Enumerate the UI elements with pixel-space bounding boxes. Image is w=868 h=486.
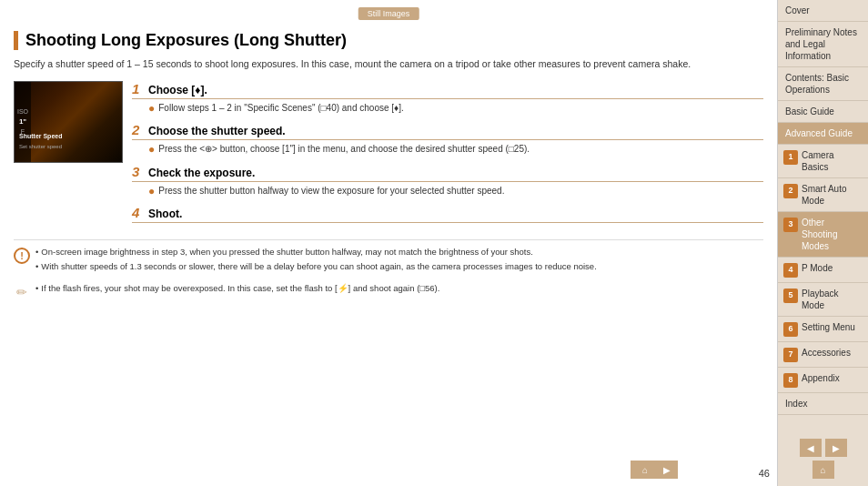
sidebar-num-3: 3 [783, 218, 798, 232]
step-2-number: 2 [132, 122, 143, 137]
sidebar-item-setting-menu[interactable]: 6 Setting Menu [778, 317, 868, 342]
step-1-title: 1 Choose [♦]. [132, 81, 763, 99]
sidebar-num-6: 6 [783, 322, 798, 337]
sidebar-camera-basics-label: Camera Basics [802, 149, 863, 173]
sidebar-item-contents[interactable]: Contents: Basic Operations [778, 67, 868, 101]
step-4-text: Shoot. [148, 208, 182, 220]
sidebar-item-other-shooting[interactable]: 3 Other Shooting Modes [778, 212, 868, 258]
sidebar-item-playback[interactable]: 5 Playback Mode [778, 283, 868, 317]
step-4-number: 4 [132, 205, 143, 220]
note-icon: ✏ [14, 284, 30, 300]
still-images-tag: Still Images [358, 7, 419, 20]
sidebar-index-label: Index [785, 399, 807, 409]
step-1-text: Choose [♦]. [148, 84, 207, 96]
warning-bullet-2: • With shutter speeds of 1.3 seconds or … [35, 260, 597, 273]
steps-content: 1 Choose [♦]. ● Follow steps 1 – 2 in "S… [132, 81, 763, 230]
sidebar-num-4: 4 [783, 263, 798, 278]
sidebar-playback-label: Playback Mode [802, 288, 863, 311]
sidebar-home-button-area: ⌂ [778, 461, 868, 486]
step-4-title: 4 Shoot. [132, 205, 763, 223]
sidebar-item-advanced-guide[interactable]: Advanced Guide [778, 123, 868, 145]
sidebar-num-8: 8 [783, 373, 798, 388]
step-2-bullet: ● Press the <⊕> button, choose [1"] in t… [148, 143, 763, 156]
step-1: 1 Choose [♦]. ● Follow steps 1 – 2 in "S… [132, 81, 763, 115]
sidebar-basic-guide-label: Basic Guide [785, 106, 834, 116]
note-box: ✏ • If the flash fires, your shot may be… [14, 282, 763, 300]
page-number: 46 [759, 468, 770, 479]
warning-dot-1: • [35, 246, 38, 258]
sidebar-item-index[interactable]: Index [778, 393, 868, 415]
sidebar-appendix-label: Appendix [802, 372, 863, 384]
camera-image: ISO 1" F Shutter Speed Set shutter speed [14, 81, 123, 163]
sidebar-item-smart-auto[interactable]: 2 Smart Auto Mode [778, 178, 868, 212]
page-title-bar: Shooting Long Exposures (Long Shutter) [14, 31, 763, 50]
step-1-number: 1 [132, 81, 143, 96]
sidebar-item-appendix[interactable]: 8 Appendix [778, 368, 868, 393]
camera-left-bar: ISO 1" F [15, 82, 31, 162]
sidebar-preliminary-label: Preliminary Notes and Legal Information [785, 27, 857, 61]
camera-bar-item-active: 1" [19, 117, 26, 126]
sidebar-cover-label: Cover [785, 5, 810, 15]
sidebar-accessories-label: Accessories [802, 347, 863, 359]
step-3-bullet: ● Press the shutter button halfway to vi… [148, 185, 763, 197]
sidebar-item-camera-basics[interactable]: 1 Camera Basics [778, 145, 868, 178]
pencil-icon: ✏ [16, 285, 27, 299]
warning-text-2: With shutter speeds of 1.3 seconds or sl… [41, 260, 596, 273]
step-1-bullet: ● Follow steps 1 – 2 in "Specific Scenes… [148, 102, 763, 115]
sidebar-spacer [778, 415, 868, 431]
sidebar-setting-menu-label: Setting Menu [802, 321, 863, 333]
step-2-title: 2 Choose the shutter speed. [132, 122, 763, 140]
note-bullet-1: • If the flash fires, your shot may be o… [35, 282, 439, 295]
sidebar-item-accessories[interactable]: 7 Accessories [778, 342, 868, 368]
sidebar-prev-button[interactable]: ◀ [800, 439, 822, 457]
camera-overlay-sub: Set shutter speed [19, 144, 62, 149]
warning-dot-2: • [35, 260, 38, 273]
sidebar-smart-auto-label: Smart Auto Mode [802, 183, 863, 207]
bullet-dot-1: ● [148, 102, 155, 115]
nav-home-area: ⌂ [634, 439, 656, 479]
warning-content: • On-screen image brightness in step 3, … [35, 246, 597, 276]
note-text-1: If the flash fires, your shot may be ove… [41, 282, 439, 295]
step-3-bullet-text: Press the shutter button halfway to view… [158, 185, 504, 197]
step-4: 4 Shoot. [132, 205, 763, 223]
camera-screen: ISO 1" F Shutter Speed Set shutter speed [15, 82, 122, 162]
camera-bar-item: ISO [17, 108, 28, 115]
steps-area: ISO 1" F Shutter Speed Set shutter speed… [14, 81, 763, 230]
sidebar-p-mode-label: P Mode [802, 262, 863, 274]
camera-overlay-text: Shutter Speed [19, 133, 62, 139]
sidebar-num-2: 2 [783, 184, 798, 198]
step-3: 3 Check the exposure. ● Press the shutte… [132, 164, 763, 197]
sidebar-contents-label: Contents: Basic Operations [785, 73, 849, 95]
step-2: 2 Choose the shutter speed. ● Press the … [132, 122, 763, 156]
bullet-dot-2: ● [148, 143, 155, 156]
main-content: Still Images Shooting Long Exposures (Lo… [0, 0, 777, 486]
sidebar-item-basic-guide[interactable]: Basic Guide [778, 101, 868, 123]
sidebar: Cover Preliminary Notes and Legal Inform… [777, 0, 868, 486]
sidebar-home-button[interactable]: ⌂ [812, 461, 834, 479]
next-button[interactable]: ▶ [656, 461, 678, 479]
home-button[interactable]: ⌂ [634, 461, 656, 479]
sidebar-item-p-mode[interactable]: 4 P Mode [778, 258, 868, 283]
warning-box: ! • On-screen image brightness in step 3… [14, 239, 763, 276]
warning-icon: ! [14, 248, 30, 264]
sidebar-num-1: 1 [783, 150, 798, 165]
step-2-text: Choose the shutter speed. [148, 125, 286, 137]
sidebar-other-shooting-label: Other Shooting Modes [802, 217, 863, 252]
sidebar-item-preliminary[interactable]: Preliminary Notes and Legal Information [778, 22, 868, 67]
warning-text-1: On-screen image brightness in step 3, wh… [41, 246, 533, 258]
bullet-dot-3: ● [148, 185, 155, 197]
sidebar-advanced-guide-label: Advanced Guide [785, 128, 853, 138]
sidebar-num-5: 5 [783, 289, 798, 303]
page-title: Shooting Long Exposures (Long Shutter) [25, 31, 347, 49]
step-3-text: Check the exposure. [148, 167, 255, 179]
step-3-title: 3 Check the exposure. [132, 164, 763, 182]
sidebar-item-cover[interactable]: Cover [778, 0, 868, 22]
sidebar-nav-buttons: ◀ ▶ [778, 431, 868, 461]
intro-text: Specify a shutter speed of 1 – 15 second… [14, 57, 763, 72]
step-3-number: 3 [132, 164, 143, 179]
warning-bullet-1: • On-screen image brightness in step 3, … [35, 246, 597, 258]
step-2-bullet-text: Press the <⊕> button, choose [1"] in the… [158, 143, 530, 156]
note-dot-1: • [35, 282, 38, 295]
sidebar-next-button[interactable]: ▶ [825, 439, 847, 457]
note-content: • If the flash fires, your shot may be o… [35, 282, 439, 300]
